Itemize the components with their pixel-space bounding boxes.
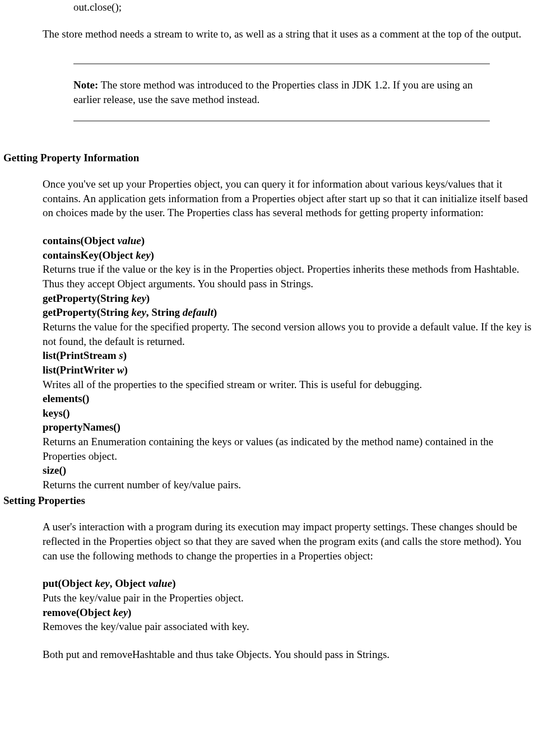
note-block: Note: The store method was introduced to… <box>3 63 490 121</box>
method-keys: keys() <box>43 406 535 421</box>
method-remove: remove(Object key) <box>43 605 535 620</box>
section2-intro: A user's interaction with a program duri… <box>3 520 535 563</box>
section-heading-setting: Setting Properties <box>3 493 535 508</box>
size-desc: Returns the current number of key/value … <box>43 478 535 492</box>
enum-desc: Returns an Enumeration containing the ke… <box>43 435 535 463</box>
method-propertyNames: propertyNames() <box>43 420 535 435</box>
note-rule-bottom <box>73 120 490 122</box>
put-desc: Puts the key/value pair in the Propertie… <box>43 591 535 605</box>
method-getProperty1: getProperty(String key) <box>43 291 535 306</box>
contains-desc: Returns true if the value or the key is … <box>43 262 535 291</box>
method-list-pw: list(PrintWriter w) <box>43 363 535 377</box>
section1-intro: Once you've set up your Properties objec… <box>3 177 535 220</box>
remove-desc: Removes the key/value pair associated wi… <box>43 619 535 634</box>
both-note: Both put and removeHashtable and thus ta… <box>43 647 535 662</box>
code-line: out.close(); <box>3 0 535 15</box>
list-desc: Writes all of the properties to the spec… <box>43 377 535 392</box>
note-label: Note: <box>73 79 98 91</box>
method-getProperty2: getProperty(String key, String default) <box>43 305 535 320</box>
method-containsKey: containsKey(Object key) <box>43 248 535 263</box>
method-list-2: put(Object key, Object value) Puts the k… <box>3 576 535 661</box>
method-elements: elements() <box>43 391 535 406</box>
store-explain: The store method needs a stream to write… <box>3 27 535 41</box>
method-contains: contains(Object value) <box>43 234 535 248</box>
note-body: Note: The store method was introduced to… <box>73 64 490 120</box>
method-list-1: contains(Object value) containsKey(Objec… <box>3 234 535 492</box>
method-put: put(Object key, Object value) <box>43 576 535 591</box>
section-heading-getting: Getting Property Information <box>3 151 535 165</box>
getProperty-desc: Returns the value for the specified prop… <box>43 320 535 348</box>
note-text: The store method was introduced to the P… <box>73 79 473 105</box>
method-size: size() <box>43 463 535 478</box>
method-list-ps: list(PrintStream s) <box>43 348 535 363</box>
